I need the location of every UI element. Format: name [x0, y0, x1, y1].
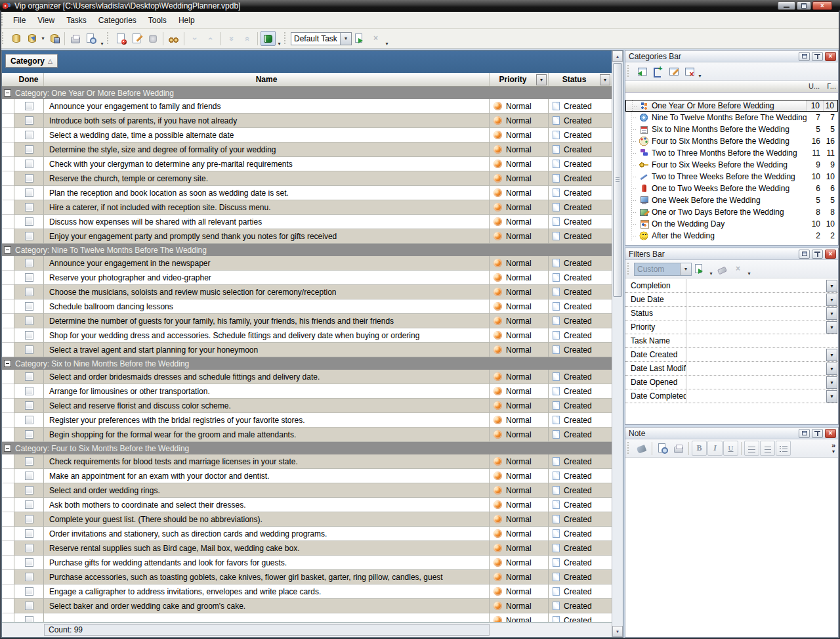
filters-toolbar-caret[interactable] [746, 271, 752, 276]
done-checkbox[interactable] [25, 500, 33, 509]
done-checkbox[interactable] [25, 131, 33, 139]
filter-dropdown-button[interactable] [826, 321, 837, 334]
priority-cell[interactable]: Normal [490, 285, 549, 299]
categories-restore-button[interactable] [799, 52, 810, 61]
task-row[interactable]: Complete your guest list. (There should … [2, 512, 612, 527]
status-cell[interactable]: Created [549, 271, 612, 285]
italic-button[interactable] [707, 441, 723, 456]
category-item[interactable]: One or Two Days Before the Wedding88 [625, 206, 838, 218]
priority-cell[interactable]: Normal [490, 143, 549, 157]
task-row[interactable]: Announce your engagement in the newspape… [2, 256, 612, 271]
status-cell[interactable]: Created [549, 428, 612, 442]
apply-filter-caret[interactable] [708, 271, 714, 276]
task-row[interactable]: Reserve your photographer and video-grap… [2, 271, 612, 285]
note-print-preview-button[interactable] [655, 441, 670, 456]
task-row[interactable]: Register your preferences with the brida… [2, 413, 612, 428]
align-right-button[interactable] [760, 441, 775, 456]
grid-vertical-scrollbar[interactable]: ▲ ▼ [612, 51, 623, 637]
task-name-cell[interactable]: Announce your engagement to family and f… [44, 99, 490, 114]
task-name-cell[interactable]: Select and reserve florist and discuss c… [44, 399, 490, 413]
task-row[interactable]: Choose the musicians, soloists and revie… [2, 285, 612, 299]
status-cell[interactable]: Created [549, 157, 612, 171]
done-checkbox[interactable] [25, 217, 33, 226]
note-print-button[interactable] [671, 441, 686, 456]
new-category-button[interactable] [634, 64, 649, 79]
done-checkbox[interactable] [25, 573, 33, 581]
task-name-cell[interactable]: Announce your engagement in the newspape… [44, 256, 490, 271]
task-name-cell[interactable]: Determine the number of guests for your … [44, 314, 490, 328]
categories-pin-button[interactable] [812, 52, 823, 61]
category-item[interactable]: Four to Six Months Before the Wedding161… [625, 135, 838, 147]
category-item[interactable]: Four to Six Weeks Before the Wedding99 [625, 159, 838, 171]
priority-cell[interactable]: Normal [490, 428, 549, 442]
category-item[interactable]: Six to Nine Months Before the Wedding55 [625, 123, 838, 135]
status-cell[interactable]: Created [549, 229, 612, 244]
find-button[interactable] [166, 31, 181, 46]
task-name-cell[interactable]: Purchase accessories, such as toasting g… [44, 570, 490, 584]
task-row[interactable]: Make an appointment for an exam with you… [2, 469, 612, 483]
priority-cell[interactable]: Normal [490, 370, 549, 384]
task-row[interactable]: Reserve rental supplies such as Bird cag… [2, 541, 612, 556]
done-checkbox[interactable] [25, 544, 33, 552]
task-name-cell[interactable]: Select baker and order wedding cake and … [44, 599, 490, 613]
task-row[interactable]: Select a wedding date, time a possible a… [2, 128, 612, 143]
categories-toolbar-caret[interactable] [697, 73, 703, 79]
scroll-up-arrow[interactable]: ▲ [612, 51, 623, 62]
done-checkbox[interactable] [25, 273, 33, 282]
status-filter-dropdown[interactable] [600, 74, 610, 85]
status-cell[interactable]: Created [549, 370, 612, 384]
task-row[interactable]: Determine the style, size and degree of … [2, 143, 612, 157]
task-name-cell[interactable]: Enjoy your engagement party and promptly… [44, 229, 490, 244]
priority-cell[interactable]: Normal [490, 229, 549, 244]
task-name-cell[interactable]: Register your preferences with the brida… [44, 413, 490, 428]
status-cell[interactable]: Created [549, 99, 612, 114]
task-name-cell[interactable]: Check requirements for blood tests and m… [44, 454, 490, 469]
status-cell[interactable]: Created [549, 599, 612, 613]
print-button[interactable] [68, 31, 83, 46]
status-cell[interactable]: Created [549, 527, 612, 541]
print-preview-button[interactable] [83, 31, 98, 46]
priority-cell[interactable]: Normal [490, 541, 549, 556]
priority-cell[interactable]: Normal [490, 469, 549, 483]
category-group-row[interactable]: Category: One Year Or More Before Weddin… [2, 87, 612, 99]
underline-button[interactable] [723, 441, 738, 456]
status-cell[interactable]: Created [549, 128, 612, 143]
note-toolbar-overflow[interactable]: »▾ [831, 442, 838, 454]
category-item[interactable]: One Week Before the Wedding55 [625, 194, 838, 206]
priority-cell[interactable]: Normal [490, 200, 549, 215]
note-restore-button[interactable] [799, 429, 810, 438]
task-row[interactable]: Announce your engagement to family and f… [2, 99, 612, 114]
priority-cell[interactable]: Normal [490, 399, 549, 413]
priority-cell[interactable]: Normal [490, 299, 549, 314]
category-item[interactable]: Two to Three Months Before the Wedding11… [625, 147, 838, 159]
task-name-cell[interactable]: Shop for your wedding dress and accessor… [44, 328, 490, 343]
filter-dropdown-button[interactable] [826, 280, 837, 292]
restore-button[interactable] [797, 1, 811, 10]
status-cell[interactable]: Created [549, 215, 612, 229]
print-menu-caret[interactable] [99, 41, 105, 47]
task-row[interactable]: Select and reserve florist and discuss c… [2, 399, 612, 413]
scroll-thumb[interactable] [613, 63, 622, 297]
status-cell[interactable]: Created [549, 186, 612, 200]
done-checkbox[interactable] [25, 188, 33, 197]
collapse-icon[interactable] [4, 89, 11, 97]
task-row[interactable]: Check requirements for blood tests and m… [2, 454, 612, 469]
priority-cell[interactable]: Normal [490, 256, 549, 271]
category-item[interactable]: Nine To Twelve Months Before The Wedding… [625, 112, 838, 123]
status-column-header[interactable]: Status [549, 73, 612, 86]
filter-value-field[interactable] [686, 320, 826, 334]
status-cell[interactable]: Created [549, 613, 612, 622]
priority-cell[interactable]: Normal [490, 454, 549, 469]
done-checkbox[interactable] [25, 174, 33, 183]
priority-cell[interactable]: Normal [490, 556, 549, 570]
status-cell[interactable]: Created [549, 200, 612, 215]
filter-value-field[interactable] [686, 348, 826, 361]
task-row[interactable]: Hire a caterer, if not included with rec… [2, 200, 612, 215]
task-name-cell[interactable]: Engage a calligrapher to address invitat… [44, 584, 490, 599]
task-name-cell[interactable]: Complete your guest list. (There should … [44, 512, 490, 527]
status-cell[interactable]: Created [549, 343, 612, 357]
task-row[interactable]: Purchase gifts for wedding attendants an… [2, 556, 612, 570]
task-row[interactable]: Select a travel agent and start planning… [2, 343, 612, 357]
done-checkbox[interactable] [25, 372, 33, 381]
toolbar-overflow-caret[interactable] [384, 41, 390, 47]
